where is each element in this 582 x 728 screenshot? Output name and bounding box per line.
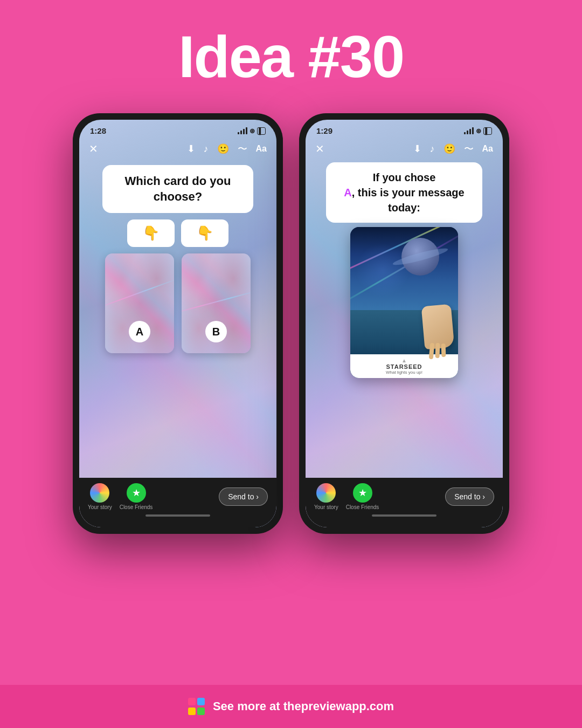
text-style-icon-1[interactable]: Aa [256, 144, 267, 154]
your-story-label-2: Your story [314, 504, 338, 510]
phone2: 1:29 ⊛ ▌ ✕ [299, 113, 509, 534]
sound-icon-1[interactable]: 〜 [238, 142, 247, 155]
question-box: Which card do you choose? [102, 165, 253, 213]
message-part2: , this is your message today: [352, 187, 465, 214]
status-time-1: 1:28 [90, 126, 106, 135]
toolbar-2: ✕ ⬇ ♪ 🙂 〜 Aa [306, 140, 503, 160]
page-footer: See more at thepreviewapp.com [0, 685, 582, 728]
bottom-actions-2: Your story ★ Close Friends Send to › [314, 483, 494, 510]
status-time-2: 1:29 [316, 126, 332, 135]
close-friends-label-2: Close Friends [346, 504, 379, 510]
text-style-icon-2[interactable]: Aa [482, 144, 493, 154]
phone1-main-content: Which card do you choose? 👇 👇 [79, 165, 276, 353]
signal-bars-2 [464, 127, 474, 134]
page-title: Idea #30 [0, 0, 582, 86]
cards-container: A B [97, 253, 259, 353]
logo-quad-1 [188, 698, 196, 705]
your-story-action-1[interactable]: Your story [88, 483, 112, 510]
close-friends-circle-1: ★ [127, 483, 146, 503]
card-b-label: B [205, 321, 227, 342]
your-story-label-1: Your story [88, 504, 112, 510]
music-icon-1[interactable]: ♪ [204, 143, 209, 155]
your-story-action-2[interactable]: Your story [314, 483, 338, 510]
logo-quad-2 [197, 698, 205, 705]
phone1: 1:28 ⊛ ▌ ✕ [73, 113, 283, 534]
bottom-left-1: Your story ★ Close Friends [88, 483, 153, 510]
arrow-left: 👇 [127, 219, 175, 247]
battery-icon-1: ▌ [257, 127, 266, 135]
toolbar-left-2: ✕ [315, 142, 324, 155]
music-icon-2[interactable]: ♪ [430, 143, 435, 155]
toolbar-right-2: ⬇ ♪ 🙂 〜 Aa [413, 142, 493, 155]
wifi-icon-2: ⊛ [476, 127, 481, 135]
home-indicator-2 [372, 514, 436, 517]
tarot-hand [423, 305, 453, 348]
logo-quad-3 [188, 708, 196, 715]
emoji-icon-1[interactable]: 🙂 [217, 143, 229, 155]
close-friends-label-1: Close Friends [120, 504, 153, 510]
your-story-circle-1 [90, 483, 109, 503]
tarot-planet [401, 238, 439, 276]
toolbar-1: ✕ ⬇ ♪ 🙂 〜 Aa [79, 140, 276, 160]
tarot-card-name: STARSEED [356, 363, 453, 370]
signal-bars-1 [238, 127, 247, 134]
phone2-wrapper: 1:29 ⊛ ▌ ✕ [299, 113, 509, 534]
message-part1: If you chose [373, 171, 436, 183]
bottom-actions-1: Your story ★ Close Friends Send to › [88, 483, 268, 510]
close-friends-circle-2: ★ [353, 483, 372, 503]
footer-text: See more at thepreviewapp.com [213, 699, 394, 713]
phone1-bottom: Your story ★ Close Friends Send to › [79, 478, 276, 527]
card-b[interactable]: B [182, 253, 251, 353]
message-box: If you chose A, this is your message tod… [326, 162, 482, 223]
bottom-left-2: Your story ★ Close Friends [314, 483, 379, 510]
download-icon-1[interactable]: ⬇ [187, 143, 195, 155]
close-icon-1[interactable]: ✕ [89, 143, 98, 155]
status-bar-2: 1:29 ⊛ ▌ [306, 120, 503, 140]
send-to-button-1[interactable]: Send to › [219, 487, 268, 506]
card-a-label: A [129, 321, 150, 342]
phone1-screen: 1:28 ⊛ ▌ ✕ [79, 120, 276, 527]
question-text: Which card do you choose? [115, 174, 240, 204]
close-icon-2[interactable]: ✕ [315, 143, 324, 155]
tarot-star-icon: ▲ [356, 358, 453, 363]
close-friends-action-2[interactable]: ★ Close Friends [346, 483, 379, 510]
battery-icon-2: ▌ [483, 127, 492, 135]
close-friends-action-1[interactable]: ★ Close Friends [120, 483, 153, 510]
phone1-wrapper: 1:28 ⊛ ▌ ✕ [73, 113, 283, 534]
status-icons-1: ⊛ ▌ [238, 127, 266, 135]
tarot-card-subtitle: What lights you up! [356, 370, 453, 375]
status-icons-2: ⊛ ▌ [464, 127, 492, 135]
card-a[interactable]: A [105, 253, 174, 353]
toolbar-left-1: ✕ [89, 142, 98, 155]
status-bar-1: 1:28 ⊛ ▌ [79, 120, 276, 140]
tarot-card-inner: ▲ STARSEED What lights you up! [350, 227, 458, 378]
arrow-right: 👇 [181, 219, 228, 247]
arrow-choices: 👇 👇 [102, 219, 253, 247]
message-text: If you chose A, this is your message tod… [337, 170, 472, 215]
tarot-label: ▲ STARSEED What lights you up! [350, 354, 458, 378]
phones-container: 1:28 ⊛ ▌ ✕ [0, 113, 582, 534]
logo-quad-4 [197, 708, 205, 715]
phone2-bottom: Your story ★ Close Friends Send to › [306, 478, 503, 527]
tarot-card-display: ▲ STARSEED What lights you up! [350, 227, 458, 378]
footer-logo [188, 698, 205, 715]
send-to-button-2[interactable]: Send to › [445, 487, 494, 506]
message-highlight-a: A [344, 187, 351, 198]
wifi-icon-1: ⊛ [250, 127, 255, 135]
phone2-screen: 1:29 ⊛ ▌ ✕ [306, 120, 503, 527]
download-icon-2[interactable]: ⬇ [413, 143, 421, 155]
phone2-main-content: If you chose A, this is your message tod… [306, 162, 503, 378]
your-story-circle-2 [316, 483, 336, 503]
sound-icon-2[interactable]: 〜 [464, 142, 474, 155]
home-indicator-1 [146, 514, 210, 517]
toolbar-right-1: ⬇ ♪ 🙂 〜 Aa [187, 142, 267, 155]
emoji-icon-2[interactable]: 🙂 [444, 143, 455, 155]
